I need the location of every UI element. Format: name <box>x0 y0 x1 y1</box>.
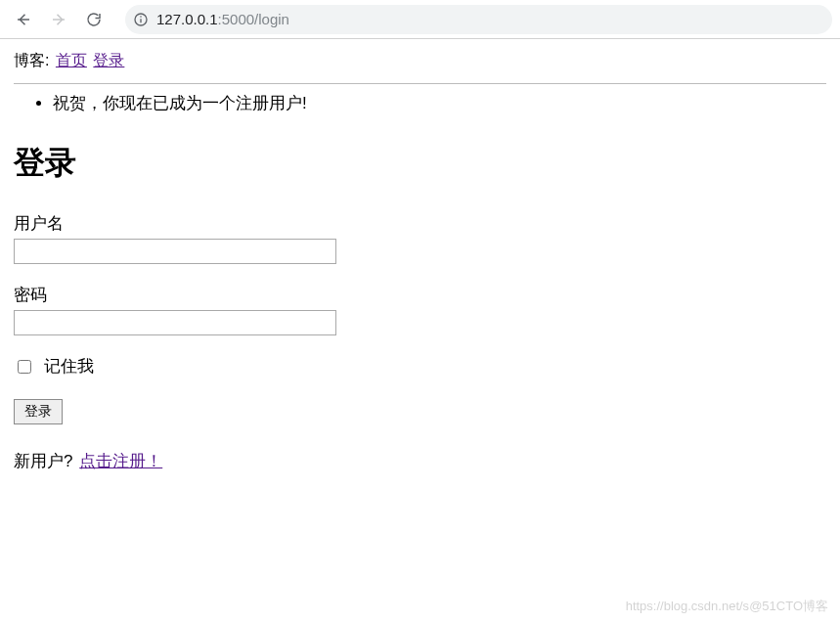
browser-toolbar: 127.0.0.1:5000/login <box>0 0 840 39</box>
password-label: 密码 <box>14 284 826 306</box>
remember-checkbox[interactable] <box>18 360 31 374</box>
remember-label: 记住我 <box>44 355 94 378</box>
password-input[interactable] <box>14 310 336 335</box>
password-row: 密码 <box>14 284 826 335</box>
url-text: 127.0.0.1:5000/login <box>156 11 289 27</box>
nav-link-login[interactable]: 登录 <box>93 52 124 68</box>
nav-line: 博客: 首页 登录 <box>14 51 826 71</box>
url-path: :5000/login <box>218 11 289 27</box>
username-input[interactable] <box>14 239 336 264</box>
flash-message: 祝贺，你现在已成为一个注册用户! <box>53 92 826 114</box>
page-title: 登录 <box>14 142 826 185</box>
site-info-icon[interactable] <box>133 12 149 27</box>
arrow-left-icon <box>15 11 32 28</box>
forward-button <box>43 4 74 35</box>
address-bar[interactable]: 127.0.0.1:5000/login <box>125 5 832 34</box>
back-button[interactable] <box>8 4 39 35</box>
register-link[interactable]: 点击注册！ <box>79 452 162 470</box>
svg-point-2 <box>140 16 142 18</box>
reload-button[interactable] <box>78 4 110 35</box>
url-host: 127.0.0.1 <box>156 11 218 27</box>
username-label: 用户名 <box>14 212 826 235</box>
register-prompt: 新用户? <box>14 452 72 470</box>
page-content: 博客: 首页 登录 祝贺，你现在已成为一个注册用户! 登录 用户名 密码 记住我… <box>0 39 840 484</box>
flash-list: 祝贺，你现在已成为一个注册用户! <box>14 92 826 114</box>
arrow-right-icon <box>50 11 67 28</box>
submit-button[interactable]: 登录 <box>14 399 63 424</box>
nav-label: 博客: <box>14 52 49 68</box>
divider <box>14 83 826 84</box>
username-row: 用户名 <box>14 212 826 264</box>
remember-row: 记住我 <box>14 355 826 378</box>
register-line: 新用户? 点击注册！ <box>14 450 826 472</box>
reload-icon <box>85 11 103 28</box>
nav-link-home[interactable]: 首页 <box>56 52 87 68</box>
